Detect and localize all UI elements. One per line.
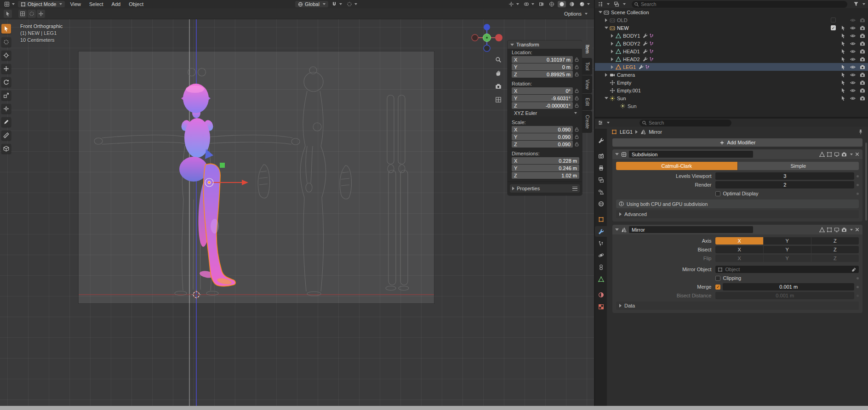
location-x-field[interactable]: X0.10197 m (512, 56, 573, 63)
outliner-search[interactable] (632, 1, 847, 8)
tab-edit[interactable]: Edit (582, 94, 592, 110)
orthographic-toggle-button[interactable] (494, 95, 503, 104)
tool-select-tweak[interactable] (1, 24, 11, 34)
bisect-y-button[interactable]: Y (764, 246, 811, 253)
tool-move[interactable] (1, 64, 11, 74)
realtime-toggle-icon[interactable] (834, 152, 839, 157)
properties-search-input[interactable] (640, 120, 731, 125)
bisect-z-button[interactable]: Z (811, 246, 859, 253)
proportional-editing-toggle[interactable] (345, 1, 359, 7)
merge-threshold-field[interactable]: 0.001 m (723, 283, 854, 290)
tool-option-button[interactable] (28, 10, 36, 18)
transform-panel-header[interactable]: Transform (508, 40, 582, 49)
outliner-row-empty[interactable]: Empty (595, 79, 868, 86)
editor-type-button[interactable] (3, 1, 16, 7)
tab-scene[interactable] (595, 187, 607, 197)
simple-button[interactable]: Simple (738, 162, 859, 170)
modifier-name-field[interactable]: Mirror (629, 226, 753, 233)
modifier-name-field[interactable]: Subdivision (629, 151, 753, 158)
rotation-z-field[interactable]: Z-0.000001° (512, 102, 573, 109)
add-modifier-button[interactable]: Add Modifier (612, 138, 862, 147)
outliner-row-new[interactable]: NEW (595, 24, 868, 32)
shading-material-button[interactable] (568, 1, 576, 7)
selectable-icon[interactable] (840, 25, 846, 31)
expand-icon[interactable] (611, 65, 613, 69)
outliner-editor-icon[interactable] (598, 1, 603, 7)
tool-select-circle[interactable] (1, 37, 11, 47)
outliner-row-body2[interactable]: BODY2 (595, 40, 868, 47)
tab-render[interactable] (595, 151, 607, 161)
realtime-toggle-icon[interactable] (834, 227, 839, 233)
tool-transform[interactable] (1, 104, 11, 114)
close-icon[interactable] (855, 152, 860, 157)
outliner-row-sun-data[interactable]: Sun (595, 102, 868, 110)
expand-icon[interactable] (605, 73, 607, 77)
tool-annotate[interactable] (1, 117, 11, 127)
collapse-icon[interactable] (615, 228, 619, 231)
tool-option-button[interactable] (4, 10, 12, 18)
modifier-extras-chevron-icon[interactable] (850, 154, 853, 155)
location-y-field[interactable]: Y0 m (512, 63, 573, 70)
optimal-display-checkbox[interactable] (715, 191, 720, 196)
rotation-mode-dropdown[interactable]: XYZ Euler (512, 109, 579, 116)
lock-icon[interactable] (574, 127, 579, 132)
axis-z-positive-ball[interactable] (484, 24, 490, 30)
bisect-x-button[interactable]: X (715, 246, 763, 253)
modifier-extras-chevron-icon[interactable] (850, 229, 853, 231)
eye-icon[interactable] (850, 80, 856, 85)
selectable-icon[interactable] (840, 49, 846, 54)
selectable-icon[interactable] (840, 72, 846, 78)
dimensions-y-field[interactable]: Y0.246 m (512, 165, 579, 171)
eye-icon[interactable] (850, 72, 856, 78)
tool-option-button[interactable] (37, 10, 45, 18)
decorator-dot[interactable] (857, 277, 859, 279)
tab-object[interactable] (595, 214, 607, 225)
axis-z-button[interactable]: Z (811, 237, 859, 245)
menu-object[interactable]: Object (126, 1, 147, 7)
expand-icon[interactable] (605, 18, 607, 22)
eye-icon[interactable] (850, 33, 856, 39)
options-dropdown[interactable]: Options (561, 10, 590, 17)
menu-view[interactable]: View (67, 1, 84, 7)
render-toggle-icon[interactable] (841, 152, 847, 157)
shading-wireframe-button[interactable] (548, 1, 556, 7)
close-icon[interactable] (855, 227, 860, 232)
selectable-icon[interactable] (840, 96, 846, 101)
rotation-y-field[interactable]: Y-9.6031° (512, 95, 573, 102)
mode-dropdown[interactable]: Object Mode (18, 1, 65, 7)
expand-icon[interactable] (611, 34, 613, 38)
outliner-row-sun[interactable]: Sun (595, 94, 868, 102)
data-subpanel-header[interactable]: Data (616, 302, 859, 310)
selectable-icon[interactable] (840, 33, 846, 39)
collapse-icon[interactable] (605, 27, 608, 29)
properties-search[interactable] (640, 120, 731, 126)
scale-x-field[interactable]: X0.090 (512, 126, 573, 133)
expand-icon[interactable] (611, 57, 613, 61)
lock-icon[interactable] (574, 96, 579, 101)
camera-icon[interactable] (860, 25, 865, 31)
outliner-row-head2[interactable]: HEAD2 (595, 55, 868, 63)
tab-modifiers-active[interactable] (595, 226, 607, 237)
outliner-row-camera[interactable]: Camera (595, 71, 868, 79)
tab-object-data[interactable] (595, 274, 607, 285)
axis-x-positive-ball[interactable] (495, 34, 503, 41)
collapse-icon[interactable] (599, 11, 602, 13)
outliner-row-old[interactable]: OLD (595, 16, 868, 24)
lock-icon[interactable] (574, 103, 579, 108)
on-cage-toggle-icon[interactable] (819, 152, 825, 157)
tool-option-button[interactable] (18, 10, 27, 18)
outliner-row-head1[interactable]: HEAD1 (595, 47, 868, 55)
collapse-icon[interactable] (605, 97, 608, 99)
tool-measure[interactable] (1, 131, 11, 140)
render-toggle-icon[interactable] (841, 227, 847, 233)
camera-icon[interactable] (860, 57, 865, 62)
xray-toggle[interactable] (537, 1, 546, 7)
snap-toggle[interactable] (330, 1, 343, 7)
decorator-dot[interactable] (857, 184, 859, 186)
camera-icon[interactable] (860, 49, 865, 54)
properties-editor-icon[interactable] (598, 120, 603, 125)
tool-scale[interactable] (1, 91, 11, 100)
expand-icon[interactable] (611, 50, 613, 53)
outliner-row-body1[interactable]: BODY1 (595, 32, 868, 40)
decorator-dot[interactable] (857, 175, 859, 177)
